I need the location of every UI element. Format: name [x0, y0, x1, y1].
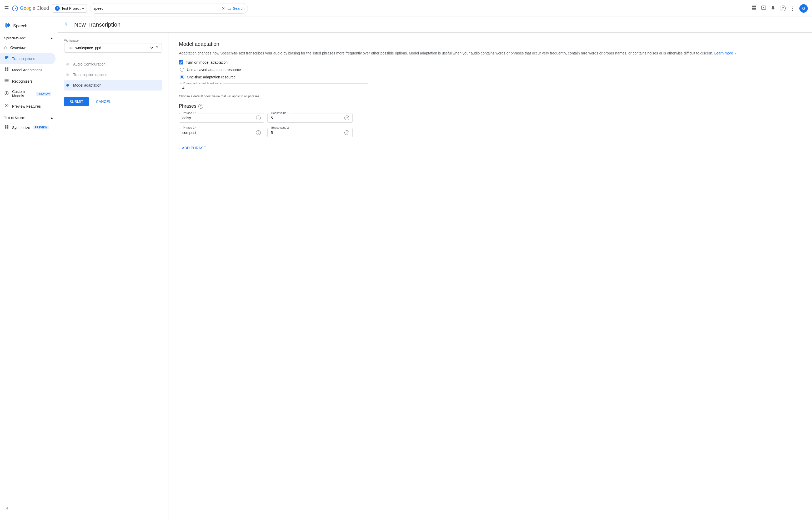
sidebar-app-title: Speech: [0, 20, 58, 34]
custom-models-preview-badge: PREVIEW: [36, 92, 51, 96]
svg-rect-12: [9, 24, 10, 26]
help-icon[interactable]: ?: [780, 5, 786, 11]
search-clear-icon[interactable]: ✕: [222, 6, 225, 10]
one-time-adaptation-radio[interactable]: [180, 75, 184, 79]
step-audio-config[interactable]: Audio Configuration: [64, 59, 162, 70]
google-logo-icon: [12, 5, 18, 11]
svg-rect-21: [5, 80, 9, 81]
phrase-2-label: Phrase 2 *: [182, 126, 197, 129]
learn-more-link[interactable]: Learn more: [714, 51, 733, 55]
back-button[interactable]: [64, 21, 70, 28]
svg-rect-3: [752, 6, 754, 8]
boost-1-help-icon[interactable]: ?: [344, 115, 349, 120]
transcriptions-icon: [4, 55, 9, 61]
sidebar-item-transcriptions[interactable]: Transcriptions: [0, 53, 55, 64]
saved-adaptation-radio[interactable]: [180, 68, 184, 72]
model-adaptations-icon: [4, 67, 9, 73]
google-cloud-text: Google Cloud: [20, 5, 49, 11]
one-time-adaptation-label[interactable]: One-time adaptation resource: [187, 75, 235, 79]
svg-rect-28: [7, 125, 8, 127]
preview-features-icon: [4, 103, 9, 109]
project-selector[interactable]: T Test Project ▾: [52, 4, 87, 12]
svg-rect-20: [5, 79, 9, 80]
svg-rect-18: [5, 70, 6, 71]
svg-rect-10: [7, 24, 8, 27]
page-header: New Transcription: [58, 17, 812, 33]
turn-on-adaptation-label[interactable]: Turn on model adaptation: [186, 60, 228, 64]
sidebar-item-label-model-adaptations: Model Adaptations: [12, 68, 42, 72]
model-adaptation-title: Model adaptation: [179, 41, 802, 47]
action-buttons: SUBMIT CANCEL: [64, 90, 162, 106]
terminal-icon[interactable]: [761, 5, 766, 11]
avatar[interactable]: G: [800, 4, 808, 12]
sidebar-item-label-recognizers: Recognizers: [12, 79, 33, 83]
phrase-1-input[interactable]: [182, 116, 256, 120]
one-time-adaptation-radio-row: One-time adaptation resource: [180, 75, 802, 79]
workspace-field: Workspace sst_workspace_ppd ?: [64, 39, 162, 53]
speech-app-icon: [4, 22, 10, 30]
text-to-speech-section[interactable]: Text-to-Speech ▲: [0, 114, 58, 122]
more-icon[interactable]: ⋮: [790, 5, 795, 11]
model-adaptation-desc: Adaptation changes how Speech-to-Text tr…: [179, 50, 802, 56]
step-transcription-options[interactable]: Transcription options: [64, 70, 162, 80]
svg-point-26: [6, 105, 7, 106]
boost-1-label: Boost value 1: [270, 111, 290, 114]
sidebar-collapse-button[interactable]: [0, 503, 14, 514]
svg-line-2: [230, 9, 231, 10]
turn-on-adaptation-checkbox[interactable]: [179, 60, 183, 64]
sidebar-app-name: Speech: [13, 24, 27, 28]
boost-2-field: Boost value 2 ?: [267, 128, 352, 137]
search-input[interactable]: [94, 6, 222, 10]
workspace-select[interactable]: sst_workspace_ppd ?: [64, 43, 162, 53]
workspace-label: Workspace: [64, 39, 162, 42]
svg-rect-14: [5, 57, 8, 58]
search-button[interactable]: Search: [227, 6, 244, 10]
sidebar-item-preview-features[interactable]: Preview Features: [0, 101, 55, 112]
boost-value-label: Phrase set default boost value: [182, 82, 223, 85]
add-phrase-button[interactable]: + ADD PHRASE: [179, 144, 206, 152]
phrase-1-label: Phrase 1 *: [182, 111, 197, 114]
svg-rect-16: [5, 68, 6, 69]
sidebar-item-label-synthesize: Synthesize: [12, 126, 30, 130]
sidebar-item-custom-models[interactable]: Custom Models PREVIEW: [0, 87, 55, 101]
sidebar-item-recognizers[interactable]: Recognizers: [0, 76, 55, 87]
page-title: New Transcription: [74, 21, 121, 28]
search-label: Search: [233, 6, 244, 10]
boost-value-input[interactable]: [182, 86, 365, 90]
sidebar-item-synthesize[interactable]: Synthesize PREVIEW: [0, 122, 55, 133]
submit-button[interactable]: SUBMIT: [64, 97, 89, 106]
phrase-2-input[interactable]: [182, 131, 256, 135]
console-icon[interactable]: [752, 5, 757, 11]
section-collapse-icon: ▲: [50, 36, 53, 40]
speech-to-text-section[interactable]: Speech-to-Text ▲: [0, 34, 58, 42]
step-model-adaptation[interactable]: Model adaptation: [64, 80, 162, 90]
boost-2-help-icon[interactable]: ?: [344, 130, 349, 135]
svg-rect-17: [7, 68, 8, 69]
phrase-1-help-icon[interactable]: ?: [256, 115, 261, 120]
right-panel: Model adaptation Adaptation changes how …: [168, 33, 812, 519]
workspace-dropdown[interactable]: sst_workspace_ppd: [68, 46, 154, 50]
phrases-help-icon[interactable]: ?: [199, 104, 203, 109]
left-panel: Workspace sst_workspace_ppd ? Audio Conf…: [58, 33, 168, 519]
sidebar-item-label-preview-features: Preview Features: [12, 104, 41, 108]
tts-section-collapse-icon: ▲: [50, 116, 53, 120]
saved-adaptation-label[interactable]: Use a saved adaptation resource: [187, 68, 241, 72]
boost-2-input[interactable]: [271, 131, 344, 135]
phrase-2-help-icon[interactable]: ?: [256, 130, 261, 135]
workspace-help-icon[interactable]: ?: [156, 46, 158, 50]
custom-models-icon: [4, 91, 9, 97]
step-label-audio: Audio Configuration: [73, 62, 106, 66]
svg-rect-15: [5, 58, 7, 59]
svg-rect-19: [7, 70, 8, 71]
menu-icon[interactable]: ☰: [4, 5, 9, 11]
svg-rect-13: [5, 56, 8, 57]
cancel-button[interactable]: CANCEL: [92, 97, 115, 106]
step-label-options: Transcription options: [73, 73, 107, 77]
notifications-icon[interactable]: [770, 5, 776, 11]
turn-on-adaptation-check: Turn on model adaptation: [179, 60, 802, 64]
step-label-model: Model adaptation: [73, 83, 101, 87]
sidebar-item-model-adaptations[interactable]: Model Adaptations: [0, 64, 55, 76]
project-name: Test Project: [61, 6, 80, 10]
boost-1-input[interactable]: [271, 116, 344, 120]
sidebar-item-overview[interactable]: ⌂ Overview: [0, 42, 55, 53]
